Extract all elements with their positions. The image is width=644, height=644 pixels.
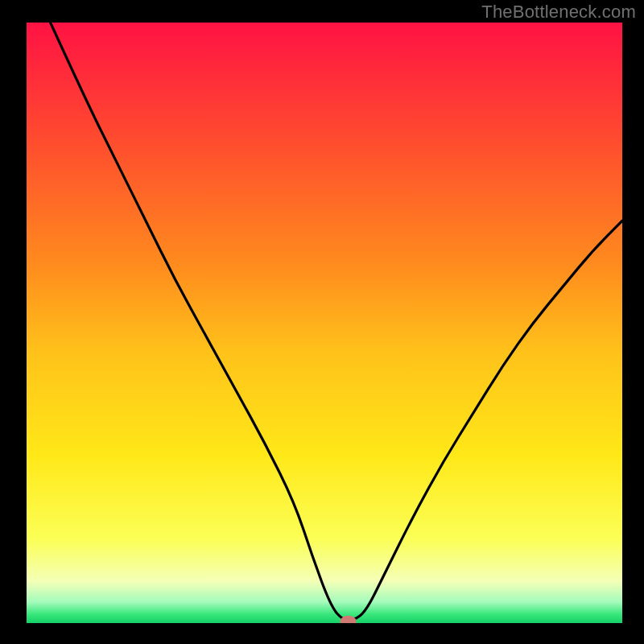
chart-frame: { "watermark": "TheBottleneck.com", "col… xyxy=(0,0,644,644)
optimal-marker xyxy=(341,616,357,627)
bottleneck-chart xyxy=(0,0,644,644)
watermark-text: TheBottleneck.com xyxy=(481,2,636,23)
